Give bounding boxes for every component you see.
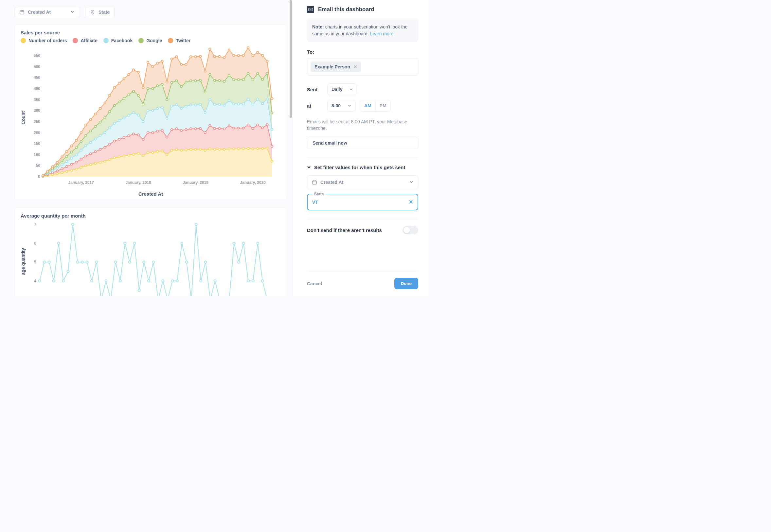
svg-text:350: 350 [33, 98, 40, 102]
svg-point-117 [266, 124, 268, 126]
svg-point-273 [48, 261, 50, 263]
svg-point-40 [132, 153, 134, 155]
svg-text:150: 150 [33, 141, 40, 146]
svg-point-192 [156, 85, 158, 87]
svg-point-79 [85, 155, 87, 157]
svg-text:450: 450 [33, 75, 40, 80]
filter-state-label: State [99, 9, 110, 15]
filter-section-label: Set filter values for when this gets sen… [314, 165, 405, 170]
state-field-value: VT [312, 200, 409, 205]
svg-point-316 [252, 280, 254, 282]
svg-point-95 [161, 130, 163, 132]
svg-point-56 [209, 148, 211, 150]
svg-point-69 [271, 160, 273, 162]
legend-item[interactable]: Google [138, 38, 162, 43]
svg-point-194 [166, 98, 168, 100]
filter-created-at[interactable]: Created At [14, 6, 79, 18]
done-button[interactable]: Done [394, 278, 418, 289]
svg-point-182 [108, 111, 110, 113]
svg-point-38 [123, 155, 125, 157]
send-now-button[interactable]: Send email now [307, 137, 418, 149]
pm-button[interactable]: PM [375, 100, 390, 111]
svg-point-42 [142, 155, 144, 157]
svg-point-108 [223, 128, 225, 130]
svg-point-64 [247, 148, 249, 150]
svg-point-292 [138, 289, 140, 292]
svg-point-110 [233, 127, 235, 129]
svg-point-180 [99, 121, 101, 123]
svg-point-145 [166, 117, 168, 119]
svg-point-239 [147, 61, 149, 63]
am-button[interactable]: AM [360, 100, 375, 111]
note-strong: Note: [312, 24, 324, 29]
filter-state-input[interactable]: State VT ✕ [307, 194, 418, 210]
svg-point-205 [218, 80, 220, 81]
svg-point-195 [170, 81, 172, 83]
svg-point-263 [261, 54, 263, 56]
recipient-input[interactable]: Example Person ✕ [307, 58, 418, 76]
svg-point-32 [94, 162, 96, 164]
svg-point-156 [218, 103, 220, 105]
scrollbar-thumb[interactable] [290, 0, 292, 118]
learn-more-link[interactable]: Learn more [370, 31, 394, 36]
scrollbar[interactable] [289, 0, 293, 296]
remove-recipient-icon[interactable]: ✕ [353, 64, 357, 69]
svg-text:4: 4 [34, 279, 36, 283]
chart-area: Count 050100150200250300350400450500550J… [27, 46, 275, 190]
svg-point-132 [104, 132, 106, 133]
svg-point-26 [65, 170, 67, 172]
filter-bar: Created At State [14, 6, 287, 18]
frequency-select[interactable]: Daily [327, 83, 357, 95]
svg-point-201 [199, 79, 201, 81]
svg-point-189 [142, 103, 144, 105]
svg-point-258 [237, 54, 239, 56]
svg-point-206 [223, 80, 225, 82]
time-select[interactable]: 8:00 [327, 100, 355, 112]
svg-point-137 [128, 114, 130, 116]
svg-point-193 [161, 83, 163, 85]
svg-point-97 [170, 129, 172, 131]
clear-state-icon[interactable]: ✕ [409, 199, 413, 205]
svg-point-154 [209, 98, 211, 100]
card-title: Average quantity per month [21, 213, 281, 219]
svg-point-29 [80, 167, 82, 168]
legend-label: Number of orders [28, 38, 67, 43]
card-avg-quantity: Average quantity per month age quantity … [14, 207, 287, 296]
filter-section-toggle[interactable]: Set filter values for when this gets sen… [307, 165, 418, 170]
svg-point-135 [118, 119, 120, 121]
svg-point-44 [152, 151, 153, 153]
svg-point-300 [176, 280, 178, 282]
filter-created-at-select[interactable]: Created At [307, 175, 418, 189]
svg-point-248 [189, 56, 191, 58]
svg-point-211 [247, 72, 249, 74]
svg-point-255 [223, 57, 225, 59]
svg-point-179 [94, 125, 96, 127]
svg-point-254 [218, 56, 220, 58]
svg-point-33 [99, 161, 101, 163]
svg-point-209 [237, 79, 239, 80]
svg-point-295 [152, 261, 154, 263]
legend-item[interactable]: Affiliate [73, 38, 97, 43]
legend-item[interactable]: Facebook [103, 38, 133, 43]
legend-label: Twitter [176, 38, 190, 43]
svg-point-82 [99, 148, 101, 150]
legend-item[interactable]: Number of orders [21, 38, 67, 43]
state-field-label: State [312, 192, 326, 196]
svg-point-147 [175, 104, 177, 106]
svg-point-162 [247, 98, 249, 100]
dont-send-toggle[interactable] [403, 226, 418, 234]
at-label: at [307, 103, 323, 109]
svg-point-89 [132, 133, 134, 135]
svg-point-128 [85, 145, 87, 147]
svg-point-249 [194, 56, 196, 58]
legend-item[interactable]: Twitter [168, 38, 190, 43]
svg-point-126 [75, 154, 77, 156]
svg-point-163 [252, 103, 254, 105]
cancel-button[interactable]: Cancel [307, 281, 322, 286]
svg-point-212 [252, 79, 254, 81]
svg-point-251 [204, 70, 206, 72]
filter-state[interactable]: State [85, 6, 115, 18]
svg-point-91 [142, 138, 144, 140]
svg-point-314 [242, 242, 244, 244]
chevron-down-icon [70, 9, 74, 15]
